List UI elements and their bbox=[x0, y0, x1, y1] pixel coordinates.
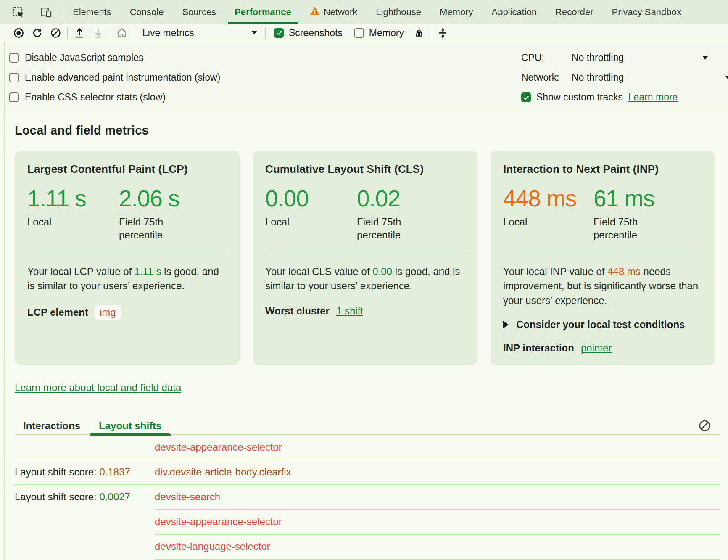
inp-interaction-link[interactable]: pointer bbox=[581, 342, 612, 354]
memory-label: Memory bbox=[369, 27, 404, 39]
collapse-icon[interactable] bbox=[434, 25, 452, 40]
shift-node-link[interactable]: div.devsite-article-body.clearfix bbox=[155, 466, 720, 478]
panel-mode-value: Live metrics bbox=[142, 27, 252, 39]
load-profile-icon[interactable] bbox=[70, 25, 89, 40]
cpu-throttling-select[interactable]: CPU: No throttling bbox=[521, 48, 728, 68]
clear-log-icon[interactable] bbox=[698, 419, 711, 432]
tab-layout-shifts[interactable]: Layout shifts bbox=[99, 417, 161, 435]
show-custom-tracks-checkbox[interactable] bbox=[521, 92, 531, 102]
save-profile-icon[interactable] bbox=[89, 25, 107, 40]
local-test-conditions-label: Consider your local test conditions bbox=[516, 319, 685, 330]
lcp-card: Largest Contentful Paint (LCP) 1.11 s Lo… bbox=[15, 151, 240, 365]
local-test-conditions-disclosure[interactable]: Consider your local test conditions bbox=[503, 319, 703, 330]
list-item: devsite-appearance-selector bbox=[15, 509, 720, 534]
gc-brush-icon[interactable] bbox=[410, 25, 428, 40]
inp-card-title: Interaction to Next Paint (INP) bbox=[503, 163, 703, 176]
inp-description: Your local INP value of 448 ms needs imp… bbox=[503, 264, 703, 308]
row-separator bbox=[155, 509, 720, 510]
tab-memory[interactable]: Memory bbox=[430, 0, 482, 24]
divider bbox=[431, 27, 431, 39]
shift-node-link[interactable]: devsite-appearance-selector bbox=[155, 441, 720, 453]
inp-card: Interaction to Next Paint (INP) 448 ms L… bbox=[491, 151, 715, 365]
tab-performance[interactable]: Performance bbox=[225, 0, 301, 24]
tab-privacy-sandbox[interactable]: Privacy Sandbox bbox=[603, 0, 691, 24]
tab-interactions[interactable]: Interactions bbox=[23, 417, 80, 435]
home-icon[interactable] bbox=[113, 25, 131, 40]
cls-field-value: 0.02 bbox=[357, 187, 448, 211]
row-separator bbox=[155, 559, 720, 560]
lcp-field-value: 2.06 s bbox=[119, 187, 211, 211]
memory-checkbox-row[interactable]: Memory bbox=[348, 27, 410, 39]
shift-score: Layout shift score: 0.1837 bbox=[15, 466, 155, 478]
tab-recorder[interactable]: Recorder bbox=[546, 0, 602, 24]
lcp-description: Your local LCP value of 1.11 s is good, … bbox=[27, 264, 227, 293]
tab-network[interactable]: Network bbox=[301, 0, 367, 24]
tab-elements[interactable]: Elements bbox=[63, 0, 121, 24]
live-metrics-view: Local and field metrics Largest Contentf… bbox=[0, 108, 728, 560]
tab-console[interactable]: Console bbox=[121, 0, 173, 24]
tab-lighthouse[interactable]: Lighthouse bbox=[367, 0, 430, 24]
row-separator bbox=[155, 534, 720, 535]
divider bbox=[265, 27, 266, 39]
disable-js-checkbox[interactable] bbox=[9, 53, 19, 63]
shift-node-link[interactable]: devsite-search bbox=[155, 491, 720, 503]
cls-description: Your local CLS value of 0.00 is good, an… bbox=[265, 264, 465, 293]
lcp-field-label: Field 75th percentile bbox=[119, 215, 193, 241]
page-title: Local and field metrics bbox=[15, 124, 728, 137]
panel-mode-select[interactable]: Live metrics bbox=[137, 27, 263, 39]
advanced-paint-checkbox[interactable] bbox=[9, 73, 19, 82]
lcp-element-label: LCP element bbox=[27, 306, 88, 318]
divider bbox=[134, 27, 134, 39]
row-separator bbox=[15, 460, 720, 460]
cpu-value: No throttling bbox=[572, 52, 624, 63]
tab-application[interactable]: Application bbox=[482, 0, 546, 24]
record-icon[interactable] bbox=[9, 25, 28, 40]
cls-card-title: Cumulative Layout Shift (CLS) bbox=[265, 163, 465, 176]
lcp-local-label: Local bbox=[27, 215, 101, 228]
cls-card: Cumulative Layout Shift (CLS) 0.00 Local… bbox=[253, 151, 477, 365]
css-selector-stats-checkbox[interactable] bbox=[9, 92, 19, 102]
inp-field-value: 61 ms bbox=[593, 187, 685, 211]
active-tab-indicator bbox=[228, 22, 298, 24]
list-item: Layout shift score: 0.0027 devsite-searc… bbox=[15, 484, 720, 509]
inspect-element-icon[interactable] bbox=[9, 5, 28, 20]
shift-node-link[interactable]: devsite-language-selector bbox=[155, 541, 720, 552]
lcp-element-node-link[interactable]: img bbox=[95, 305, 121, 320]
list-item: devsite-language-selector bbox=[15, 534, 720, 559]
worst-cluster-link[interactable]: 1 shift bbox=[336, 305, 363, 317]
disable-js-label: Disable JavaScript samples bbox=[25, 52, 144, 63]
custom-tracks-learn-more-link[interactable]: Learn more bbox=[628, 92, 678, 103]
devtools-tabstrip: Elements Console Sources Performance Net… bbox=[0, 0, 728, 24]
chevron-down-icon bbox=[252, 31, 257, 34]
triangle-right-icon bbox=[503, 321, 509, 328]
list-item: Layout shift score: 0.1837 div.devsite-a… bbox=[15, 460, 720, 484]
lcp-local-value: 1.11 s bbox=[27, 187, 119, 211]
device-toolbar-icon[interactable] bbox=[37, 5, 55, 20]
row-separator bbox=[15, 484, 720, 485]
chevron-down-icon bbox=[703, 56, 708, 60]
network-throttling-select[interactable]: Network: No throttling bbox=[521, 68, 728, 87]
list-item: devsite-appearance-selector bbox=[15, 435, 720, 460]
capture-settings: Disable JavaScript samples Enable advanc… bbox=[0, 42, 728, 108]
cls-local-label: Local bbox=[265, 215, 339, 228]
cls-local-value: 0.00 bbox=[265, 187, 357, 211]
memory-checkbox[interactable] bbox=[354, 28, 364, 38]
layout-shifts-list: devsite-appearance-selector Layout shift… bbox=[15, 435, 720, 560]
chevron-down-icon bbox=[725, 76, 728, 79]
screenshots-checkbox[interactable] bbox=[274, 28, 284, 38]
log-tabbar: Interactions Layout shifts bbox=[15, 417, 720, 435]
cpu-label: CPU: bbox=[521, 52, 572, 63]
local-field-learn-more-link[interactable]: Learn more about local and field data bbox=[15, 382, 181, 393]
shift-node-link[interactable]: devsite-appearance-selector bbox=[155, 516, 720, 528]
network-label: Network: bbox=[521, 72, 572, 83]
clear-icon[interactable] bbox=[46, 25, 65, 40]
reload-record-icon[interactable] bbox=[28, 25, 46, 40]
divider bbox=[67, 27, 68, 39]
screenshots-checkbox-row[interactable]: Screenshots bbox=[268, 27, 348, 39]
divider bbox=[503, 254, 703, 254]
cls-field-label: Field 75th percentile bbox=[357, 215, 430, 241]
tab-sources[interactable]: Sources bbox=[173, 0, 225, 24]
advanced-paint-label: Enable advanced paint instrumentation (s… bbox=[25, 72, 220, 83]
screenshots-label: Screenshots bbox=[289, 27, 343, 39]
divider bbox=[110, 27, 110, 39]
